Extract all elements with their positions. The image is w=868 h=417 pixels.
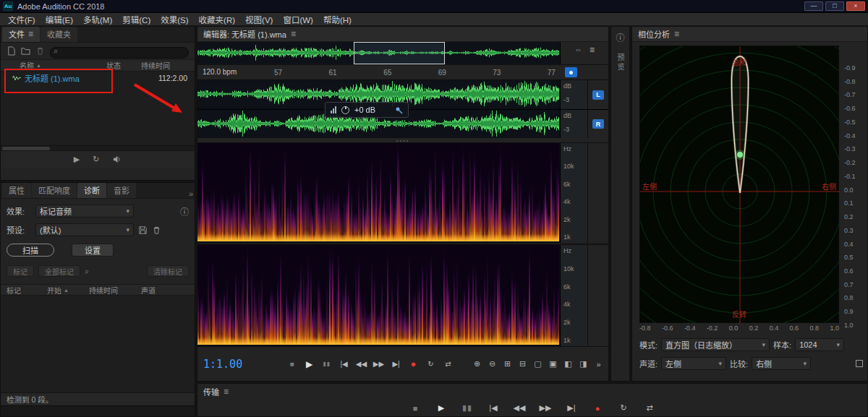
spectrogram-right[interactable]: [197, 245, 561, 346]
zoom-icon[interactable]: ▢: [531, 358, 545, 370]
delete-preset-icon[interactable]: [152, 225, 161, 235]
stop-button[interactable]: ■: [407, 402, 424, 415]
scan-button[interactable]: 扫描: [7, 244, 54, 257]
effect-select[interactable]: 标记音频 ▾: [35, 205, 134, 218]
menu-item[interactable]: 文件(F): [3, 14, 41, 25]
column-marker[interactable]: 标记: [7, 285, 47, 296]
stop-button[interactable]: ■: [284, 358, 299, 370]
zoom-icon[interactable]: ◨: [576, 358, 590, 370]
snap-toggle-icon[interactable]: [565, 67, 577, 77]
pause-button[interactable]: ▮▮: [459, 402, 476, 415]
menu-item[interactable]: 窗口(W): [278, 14, 318, 25]
column-duration[interactable]: 持续时间: [141, 60, 195, 71]
menu-item[interactable]: 多轨(M): [78, 14, 117, 25]
menu-item[interactable]: 剪辑(C): [117, 14, 156, 25]
timeline-ruler[interactable]: 120.0 bpm 576165697377: [197, 65, 608, 80]
loop-playback-button[interactable]: ↻: [615, 402, 632, 415]
channel-right-badge[interactable]: R: [592, 119, 604, 129]
skip-to-end-button[interactable]: ▶|: [388, 358, 404, 370]
scrollbar-thumb[interactable]: [2, 147, 50, 150]
zoom-icon[interactable]: ⊟: [516, 358, 529, 370]
track-divider-grip[interactable]: ••••: [197, 138, 608, 143]
zoom-icon[interactable]: ⊞: [501, 358, 514, 370]
save-preset-icon[interactable]: [138, 225, 148, 235]
record-button[interactable]: ●: [589, 402, 606, 415]
loop-playback-button[interactable]: ↻: [423, 358, 438, 370]
close-button[interactable]: ×: [846, 1, 865, 11]
play-button[interactable]: ▶: [302, 358, 317, 370]
info-icon[interactable]: ⓘ: [180, 205, 189, 218]
menu-item[interactable]: 效果(S): [156, 14, 193, 25]
gain-knob-icon[interactable]: [341, 106, 349, 114]
menu-item[interactable]: 收藏夹(R): [194, 14, 240, 25]
channel-select[interactable]: 左侧 ▾: [661, 357, 726, 370]
skip-selection-button[interactable]: ⇄: [641, 402, 658, 415]
zoom-icon[interactable]: »: [592, 358, 605, 370]
file-row[interactable]: › 无标题 (1).wma 112:2.00: [1, 72, 195, 85]
minimize-button[interactable]: —: [804, 1, 823, 11]
overview-waveform[interactable]: [197, 42, 561, 64]
expander-icon[interactable]: ›: [4, 74, 9, 82]
play-button[interactable]: ▶: [433, 402, 450, 415]
open-folder-icon[interactable]: [21, 46, 30, 56]
zoom-icon[interactable]: ◧: [561, 358, 575, 370]
record-button[interactable]: ●: [406, 358, 421, 370]
search-input[interactable]: [50, 47, 189, 59]
pin-icon[interactable]: [395, 106, 403, 114]
zoom-icon[interactable]: ⊖: [485, 358, 499, 370]
skip-selection-button[interactable]: ⇄: [441, 358, 456, 370]
column-start[interactable]: 开始 ▲: [47, 285, 89, 296]
tab-properties[interactable]: 属性: [2, 183, 31, 198]
menu-item[interactable]: 视图(V): [240, 14, 278, 25]
volume-hud[interactable]: +0 dB: [325, 102, 409, 118]
search-icon[interactable]: ⌕: [85, 267, 89, 276]
panel-menu-icon[interactable]: ≡: [28, 29, 33, 39]
markers-empty-list[interactable]: [1, 296, 195, 392]
column-duration[interactable]: 持续时间: [89, 285, 141, 296]
import-file-icon[interactable]: [7, 46, 16, 56]
mode-select[interactable]: 直方图（日志缩放） ▾: [661, 338, 770, 351]
skip-to-start-button[interactable]: |◀: [485, 402, 502, 415]
list-menu-icon[interactable]: ≡: [590, 45, 595, 55]
tab-favorites[interactable]: 收藏夹: [41, 27, 77, 42]
skip-to-start-button[interactable]: |◀: [336, 358, 352, 370]
preset-select[interactable]: (默认) ▾: [35, 223, 134, 236]
trash-icon[interactable]: [35, 46, 45, 56]
time-display[interactable]: 1:1.00: [203, 358, 242, 371]
column-channel[interactable]: 声道: [141, 285, 170, 296]
phase-options-icon[interactable]: [856, 360, 863, 367]
panel-menu-icon[interactable]: ≡: [224, 387, 229, 397]
channel-left-badge[interactable]: L: [592, 90, 604, 100]
panel-menu-icon[interactable]: ≡: [291, 29, 296, 39]
zoom-icon[interactable]: ▣: [546, 358, 560, 370]
menu-item[interactable]: 编辑(E): [41, 14, 78, 25]
tab-extra[interactable]: 音影: [107, 183, 136, 198]
settings-button[interactable]: 设置: [72, 244, 114, 257]
samples-select[interactable]: 1024 ▾: [795, 338, 844, 351]
maximize-button[interactable]: □: [825, 1, 844, 11]
tab-diagnostics[interactable]: 诊断: [77, 183, 106, 198]
skip-to-end-button[interactable]: ▶|: [563, 402, 580, 415]
fast-forward-button[interactable]: ▶▶: [537, 402, 554, 415]
column-name[interactable]: 名称 ▲: [1, 60, 106, 71]
info-icon[interactable]: ⓘ: [616, 31, 624, 43]
fast-forward-button[interactable]: ▶▶: [371, 358, 386, 370]
collapsed-tab-label[interactable]: 预览: [615, 53, 626, 72]
play-button[interactable]: ▶: [74, 155, 80, 164]
rewind-button[interactable]: ◀◀: [354, 358, 369, 370]
spectrogram-left[interactable]: [197, 143, 561, 243]
pause-button[interactable]: ▮▮: [319, 358, 334, 370]
rewind-button[interactable]: ◀◀: [511, 402, 528, 415]
tab-overflow-icon[interactable]: »: [189, 189, 193, 198]
zoom-icon[interactable]: ⊕: [470, 358, 484, 370]
column-status[interactable]: 状态: [106, 60, 141, 71]
scroll-zoom-icon[interactable]: ⇔: [574, 45, 582, 53]
clear-marks-button[interactable]: 清除标记: [147, 265, 189, 277]
mark-all-button[interactable]: 全部标记: [38, 265, 80, 277]
overview-selection[interactable]: [354, 42, 445, 64]
menu-item[interactable]: 帮助(H): [318, 14, 357, 25]
speaker-icon[interactable]: [112, 155, 122, 164]
tab-match-loudness[interactable]: 匹配响度: [32, 183, 77, 198]
compare-select[interactable]: 右侧 ▾: [752, 357, 811, 370]
loop-button[interactable]: ↻: [93, 155, 99, 164]
